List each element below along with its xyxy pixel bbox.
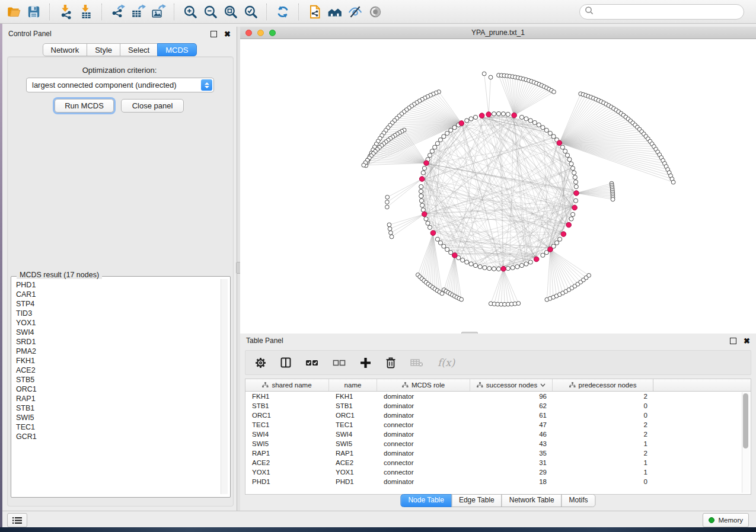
network-node[interactable] (528, 118, 532, 123)
network-node[interactable] (573, 175, 577, 180)
network-node[interactable] (496, 267, 500, 271)
task-history-button[interactable] (7, 513, 27, 527)
column-header-shared-name[interactable]: shared name (245, 379, 329, 391)
network-node[interactable] (570, 166, 575, 170)
mcds-result-scrollbar[interactable] (221, 279, 228, 494)
table-row[interactable]: FKH1FKH1dominator962 (245, 392, 751, 401)
export-table-icon[interactable] (128, 3, 148, 21)
delete-column-trash-icon[interactable] (385, 357, 396, 368)
network-node[interactable] (442, 134, 446, 139)
zoom-fit-icon[interactable] (221, 3, 241, 21)
network-node[interactable] (388, 227, 392, 231)
network-node[interactable] (516, 302, 521, 306)
network-node[interactable] (492, 112, 496, 116)
export-network-icon[interactable] (108, 3, 128, 21)
network-node[interactable] (563, 149, 567, 153)
network-node[interactable] (385, 200, 389, 204)
network-node-dominator[interactable] (486, 112, 492, 117)
network-node[interactable] (449, 128, 453, 132)
network-node-dominator[interactable] (548, 247, 553, 252)
network-node[interactable] (478, 265, 482, 269)
search-input[interactable] (594, 7, 744, 17)
network-node[interactable] (387, 223, 391, 227)
mcds-result-item[interactable]: YOX1 (16, 318, 222, 328)
network-node[interactable] (440, 291, 444, 296)
tab-node-table[interactable]: Node Table (400, 494, 452, 507)
show-column-panel-icon[interactable] (280, 357, 291, 368)
table-scrollbar-thumb[interactable] (743, 393, 748, 448)
network-node[interactable] (532, 120, 537, 124)
network-node[interactable] (461, 258, 465, 262)
network-node[interactable] (419, 198, 423, 203)
network-node[interactable] (506, 112, 510, 116)
network-node[interactable] (671, 180, 675, 184)
network-node[interactable] (438, 138, 442, 142)
network-node[interactable] (428, 225, 432, 229)
mcds-result-item[interactable]: TID3 (16, 309, 222, 318)
network-node[interactable] (422, 166, 426, 170)
network-node-dominator[interactable] (459, 121, 464, 126)
import-network-icon[interactable] (56, 3, 76, 21)
network-node[interactable] (551, 134, 556, 139)
network-node[interactable] (469, 262, 473, 266)
network-node[interactable] (519, 263, 524, 267)
mcds-result-item[interactable]: PHD1 (16, 280, 222, 290)
network-node[interactable] (501, 112, 505, 116)
network-node[interactable] (552, 90, 556, 94)
network-node[interactable] (548, 131, 552, 135)
network-node[interactable] (519, 115, 524, 119)
table-settings-gear-icon[interactable] (255, 357, 266, 368)
network-node-dominator[interactable] (534, 257, 539, 262)
table-row[interactable]: ORC1ORC1dominator610 (245, 411, 751, 420)
memory-button[interactable]: Memory (703, 513, 749, 527)
float-panel-icon[interactable] (730, 338, 736, 344)
tab-edge-table[interactable]: Edge Table (451, 494, 502, 507)
search-box[interactable] (579, 4, 744, 20)
table-row[interactable]: TEC1TEC1connector472 (245, 420, 751, 430)
network-node[interactable] (524, 117, 528, 121)
table-row[interactable]: YOX1YOX1connector291 (245, 467, 751, 477)
network-node-dominator[interactable] (561, 232, 566, 237)
network-node-dominator[interactable] (424, 161, 429, 166)
mcds-result-item[interactable]: FKH1 (16, 356, 222, 366)
network-node-dominator[interactable] (512, 113, 517, 118)
network-node[interactable] (511, 265, 515, 270)
network-node[interactable] (421, 171, 425, 175)
network-node[interactable] (565, 153, 569, 158)
network-node-dominator[interactable] (419, 177, 425, 182)
network-node[interactable] (573, 180, 578, 184)
network-canvas[interactable] (240, 39, 756, 334)
table-row[interactable]: ACE2ACE2connector311 (245, 458, 751, 467)
network-node[interactable] (487, 266, 492, 270)
network-node[interactable] (435, 237, 439, 241)
network-node[interactable] (496, 111, 500, 116)
network-node[interactable] (389, 230, 393, 235)
network-node[interactable] (430, 149, 434, 153)
mcds-result-item[interactable]: TEC1 (16, 422, 222, 432)
network-node[interactable] (465, 118, 469, 123)
network-node[interactable] (611, 197, 615, 201)
close-panel-button[interactable]: Close panel (121, 99, 184, 113)
network-node[interactable] (469, 117, 473, 121)
show-annotations-icon[interactable] (365, 3, 385, 21)
network-node[interactable] (433, 145, 437, 149)
run-mcds-button[interactable]: Run MCDS (55, 99, 114, 113)
network-node[interactable] (465, 260, 469, 264)
network-node[interactable] (572, 171, 576, 175)
mcds-result-item[interactable]: RAP1 (16, 394, 222, 403)
mcds-result-item[interactable]: STB5 (16, 375, 222, 384)
network-node-dominator[interactable] (557, 140, 562, 146)
network-node-dominator[interactable] (572, 205, 578, 210)
network-node[interactable] (428, 153, 432, 158)
network-node[interactable] (524, 262, 528, 266)
column-header-predecessor-nodes[interactable]: predecessor nodes (553, 379, 653, 391)
tab-mcds[interactable]: MCDS (157, 43, 196, 56)
tab-style[interactable]: Style (87, 43, 120, 56)
network-node[interactable] (573, 198, 578, 203)
refresh-layout-icon[interactable] (273, 3, 293, 21)
mcds-result-item[interactable]: GCR1 (16, 432, 222, 441)
network-node[interactable] (558, 237, 562, 241)
network-node[interactable] (420, 203, 425, 207)
network-node[interactable] (489, 75, 493, 79)
export-image-icon[interactable] (148, 3, 168, 21)
